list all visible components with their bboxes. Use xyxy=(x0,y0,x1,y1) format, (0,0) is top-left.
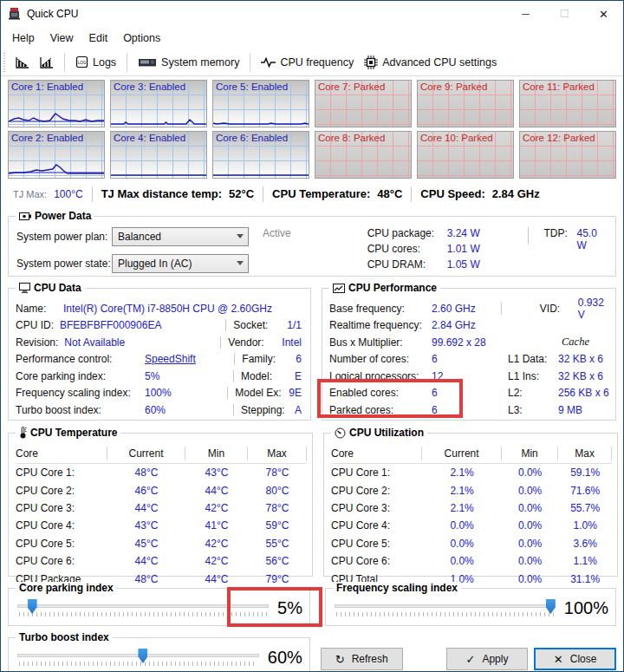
cpu-utilization-title: CPU Utilization xyxy=(331,427,427,439)
divider xyxy=(220,336,221,349)
row-value: 59°C xyxy=(248,519,307,532)
toolbar-system-memory-button[interactable]: System memory xyxy=(133,53,244,72)
table-header-core: Core xyxy=(16,444,107,463)
titlebar: Quick CPU ─ ☐ ✕ xyxy=(1,1,623,27)
table-header-max: Max xyxy=(558,444,612,463)
slider-track[interactable] xyxy=(335,604,556,608)
tdp-cell: TDP: 45.0 W xyxy=(528,227,608,281)
row-label: CPU Core 3: xyxy=(16,502,107,514)
core-parking-slider-title: Core parking index xyxy=(16,582,117,594)
menu-item-view[interactable]: View xyxy=(42,29,81,47)
slider-track[interactable] xyxy=(17,604,269,608)
menu-item-edit[interactable]: Edit xyxy=(81,29,116,47)
core-parking-slider[interactable] xyxy=(17,597,269,618)
cpu-data-left: Revision:Not Available xyxy=(16,336,196,349)
cpu-data-value: 60% xyxy=(145,404,166,416)
cpu-data-right-label: Socket: xyxy=(233,319,287,331)
cpu-performance-row: Number of cores:6L1 Data:32 KB x 68-way xyxy=(329,351,608,369)
core-tile-6: Core 6: Enabled xyxy=(212,131,309,179)
close-button[interactable]: ✕ Close xyxy=(534,648,616,670)
refresh-icon: ↻ xyxy=(335,653,345,666)
cpu-performance-group: CPU Performance Base frequency:2.60 GHzV… xyxy=(322,288,616,421)
bar-chart-ascending-icon xyxy=(40,56,54,69)
tjmax-info-bar: TJ Max: 100°C TJ Max distance temp: 52°C… xyxy=(1,180,623,207)
table-row: CPU Core 5:45°C42°C55°C xyxy=(16,535,307,552)
toolbar-grip[interactable] xyxy=(3,53,7,72)
toolbar-cpu-frequency-button[interactable]: CPU frequency xyxy=(256,53,359,72)
row-value: 48°C xyxy=(107,466,185,479)
cache-size-value: 256 KB x 6 xyxy=(558,387,624,399)
check-icon: ✓ xyxy=(465,653,475,666)
cpu-data-right-value: A xyxy=(295,404,302,416)
core-row: Core 1: EnabledCore 3: EnabledCore 5: En… xyxy=(8,80,616,127)
cpu-name-row: Name: Intel(R) Core(TM) i7-8850H CPU @ 2… xyxy=(16,300,303,317)
tdp-value: 45.0 W xyxy=(577,227,607,251)
core-graph-grid: Core 1: EnabledCore 3: EnabledCore 5: En… xyxy=(1,76,623,180)
cache-header: Cache xyxy=(562,336,589,349)
row-value: 2.1% xyxy=(422,485,501,497)
table-header-text: Current xyxy=(107,447,185,460)
system-power-state-select[interactable]: Plugged In (AC) xyxy=(112,254,249,273)
tjmax-label: TJ Max: xyxy=(13,189,47,199)
row-label: CPU Core 4: xyxy=(16,519,107,532)
toolbar-cpu-frequency-label: CPU frequency xyxy=(280,56,354,69)
close-icon[interactable]: ✕ xyxy=(584,1,623,27)
table-header-text: Max xyxy=(248,447,306,460)
speedshift-link[interactable]: SpeedShift xyxy=(145,353,196,365)
row-value: 0.0% xyxy=(502,485,559,497)
frequency-scaling-slider-group: Frequency scaling index 100% xyxy=(325,588,616,626)
refresh-button[interactable]: ↻ Refresh xyxy=(321,648,403,670)
cpu-data-label: Turbo boost index: xyxy=(16,404,139,416)
cpu-data-left: CPU ID:BFEBFBFF000906EA xyxy=(16,319,196,331)
cpu-performance-label: Number of cores: xyxy=(329,353,432,365)
toolbar-advanced-cpu-settings-button[interactable]: Advanced CPU settings xyxy=(359,52,502,73)
core-parking-slider-group: Core parking index 5% xyxy=(8,588,310,626)
bar-chart-descending-icon xyxy=(16,56,29,69)
row-value: 0.0% xyxy=(502,466,559,479)
vid-label: VID: xyxy=(540,303,578,315)
row-value: 45°C xyxy=(107,538,185,550)
toolbar-separator xyxy=(64,53,65,72)
tjmax-distance-cell: TJ Max distance temp: 52°C xyxy=(93,187,263,200)
core-tile-3: Core 3: Enabled xyxy=(110,80,207,127)
row-value: 41°C xyxy=(185,519,248,532)
cpu-performance-value: 12 xyxy=(432,370,494,382)
toolbar-bar-chart-descending-button[interactable] xyxy=(10,53,35,72)
toolbar-logs-button[interactable]: LOG Logs xyxy=(70,52,121,72)
menu-item-help[interactable]: Help xyxy=(4,29,42,47)
log-file-icon: LOG xyxy=(75,55,88,69)
core-tile-2: Core 2: Enabled xyxy=(8,131,105,179)
cpu-data-row: Performance control:SpeedShiftFamily:6 xyxy=(16,351,303,369)
tjmax-value: 100°C xyxy=(54,188,83,200)
divider xyxy=(227,387,228,399)
core-tile-label: Core 7: Parked xyxy=(318,82,385,92)
system-power-plan-select[interactable]: Balanced xyxy=(112,227,249,246)
maximize-icon[interactable]: ☐ xyxy=(545,1,584,27)
cpu-data-value: 5% xyxy=(145,370,159,382)
table-row: CPU Core 4:43°C41°C59°C xyxy=(16,517,307,534)
table-row: CPU Core 1:2.1%0.0%59.1% xyxy=(331,464,612,481)
frequency-scaling-slider[interactable] xyxy=(335,597,556,618)
core-tile-1: Core 1: Enabled xyxy=(8,80,105,127)
cpu-speed-cell: CPU Speed: 2.84 GHz xyxy=(412,187,548,200)
toolbar-bar-chart-ascending-button[interactable] xyxy=(35,53,59,72)
power-reading-label: CPU DRAM: xyxy=(367,258,447,271)
power-data-title: Power Data xyxy=(16,210,94,222)
minimize-icon[interactable]: ─ xyxy=(506,1,545,27)
divider xyxy=(611,447,612,460)
cpu-temperature-label: CPU Temperature: xyxy=(272,187,370,200)
slider-ticks xyxy=(19,612,267,617)
cpu-speed-value: 2.84 GHz xyxy=(492,187,540,200)
cpu-data-right-label: Vendor: xyxy=(228,336,282,349)
menu-item-options[interactable]: Options xyxy=(115,29,168,47)
power-reading-value: 1.05 W xyxy=(447,258,480,271)
turbo-boost-slider[interactable] xyxy=(17,647,259,668)
cpu-data-value: BFEBFBFF000906EA xyxy=(60,319,161,331)
row-value: 0.0% xyxy=(502,538,559,550)
core-activity-graph xyxy=(213,159,309,178)
core-tile-11: Core 11: Parked xyxy=(519,80,616,127)
row-label: CPU Core 5: xyxy=(16,538,107,550)
core-tile-label: Core 2: Enabled xyxy=(11,133,83,143)
cpu-temperature-value: 48°C xyxy=(377,187,402,200)
apply-button[interactable]: ✓ Apply xyxy=(446,648,529,670)
